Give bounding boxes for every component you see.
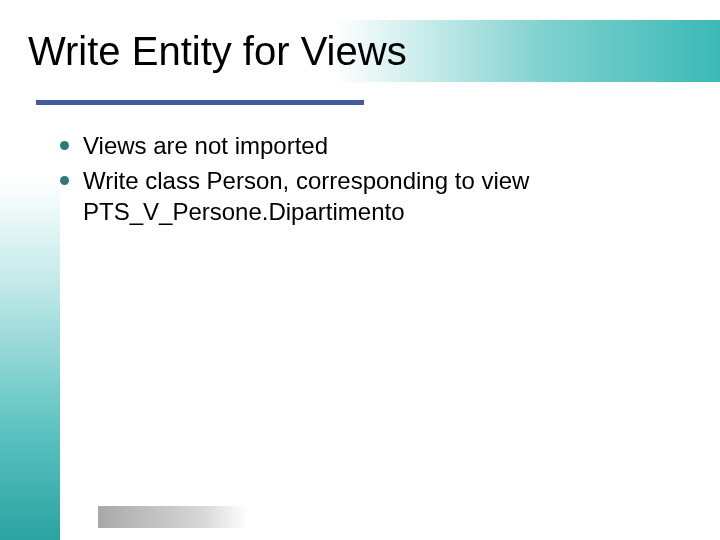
list-item: Views are not imported [60,130,680,161]
list-item: Write class Person, corresponding to vie… [60,165,680,227]
bullet-text: Write class Person, corresponding to vie… [83,165,680,227]
slide: Write Entity for Views Views are not imp… [0,0,720,540]
content-area: Views are not imported Write class Perso… [60,130,680,232]
footer-decor-bar [98,506,248,528]
bullet-text: Views are not imported [83,130,328,161]
bullet-icon [60,176,69,185]
title-band: Write Entity for Views [20,20,720,82]
left-gradient-decor [0,180,60,540]
bullet-icon [60,141,69,150]
title-underline [36,100,364,105]
slide-title: Write Entity for Views [20,20,720,82]
